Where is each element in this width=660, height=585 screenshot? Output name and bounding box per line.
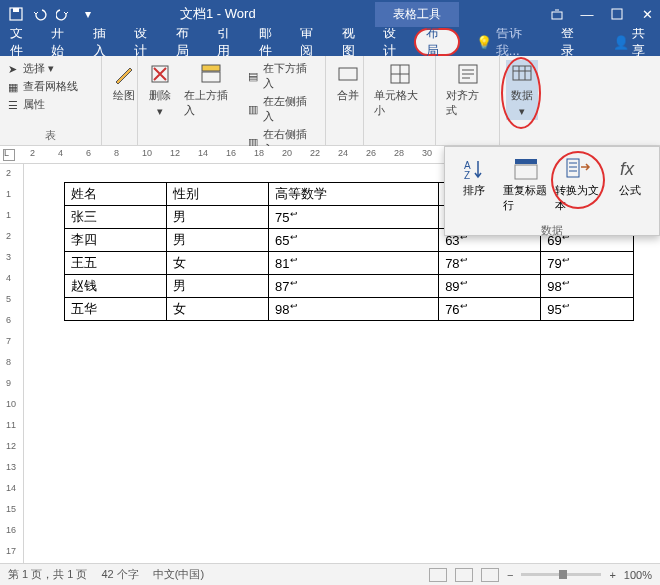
page-indicator[interactable]: 第 1 页，共 1 页 xyxy=(8,567,87,582)
ruler-tick: 10 xyxy=(142,148,152,158)
tab-review[interactable]: 审阅 xyxy=(290,28,331,56)
share-icon: 👤 xyxy=(613,35,629,50)
group-alignment: 对齐方式 xyxy=(436,56,500,145)
zoom-thumb[interactable] xyxy=(559,570,567,579)
table-cell[interactable]: 王五 xyxy=(65,252,167,275)
table-header-cell[interactable]: 性别 xyxy=(167,183,269,206)
convert-to-text-button[interactable]: 转换为文本 xyxy=(553,153,603,215)
repeat-header-icon xyxy=(512,155,540,183)
table-cell[interactable]: 81↩ xyxy=(269,252,439,275)
table-cell[interactable]: 89↩ xyxy=(439,275,541,298)
tab-file[interactable]: 文件 xyxy=(0,28,41,56)
login-button[interactable]: 登录 xyxy=(551,28,592,56)
minimize-icon[interactable]: — xyxy=(578,5,596,23)
table-cell[interactable]: 76↩ xyxy=(439,298,541,321)
table-row[interactable]: 五华女98↩76↩95↩ xyxy=(65,298,634,321)
table-header-cell[interactable]: 高等数学 xyxy=(269,183,439,206)
ruler-tick: 10 xyxy=(6,399,16,409)
ruler-tick: 12 xyxy=(170,148,180,158)
data-dropdown-panel: AZ 排序 重复标题行 转换为文本 fx 公式 数据 xyxy=(444,146,660,236)
repeat-header-button[interactable]: 重复标题行 xyxy=(501,153,551,215)
cell-size-button[interactable]: 单元格大小 xyxy=(370,60,429,120)
table-cell[interactable]: 张三 xyxy=(65,206,167,229)
repeat-header-label: 重复标题行 xyxy=(503,183,549,213)
table-cell[interactable]: 五华 xyxy=(65,298,167,321)
close-icon[interactable]: ✕ xyxy=(638,5,656,23)
tab-view[interactable]: 视图 xyxy=(332,28,373,56)
svg-rect-3 xyxy=(612,9,622,19)
qat-customize-icon[interactable]: ▾ xyxy=(80,6,96,22)
delete-button[interactable]: 删除▾ xyxy=(144,60,176,120)
table-cell[interactable]: 男 xyxy=(167,229,269,252)
data-dropdown-button[interactable]: 数据▾ xyxy=(506,60,538,120)
insert-left-button[interactable]: ▥在左侧插入 xyxy=(246,93,319,125)
tell-me-search[interactable]: 💡告诉我... xyxy=(466,28,544,56)
grid-icon: ▦ xyxy=(8,81,20,93)
table-cell[interactable]: 男 xyxy=(167,206,269,229)
tab-mailings[interactable]: 邮件 xyxy=(249,28,290,56)
sort-button[interactable]: AZ 排序 xyxy=(449,153,499,200)
ruler-tick: 13 xyxy=(6,462,16,472)
zoom-level[interactable]: 100% xyxy=(624,569,652,581)
properties-label: 属性 xyxy=(23,97,45,112)
ribbon-tabs: 文件 开始 插入 设计 布局 引用 邮件 审阅 视图 设计 布局 💡告诉我...… xyxy=(0,28,660,56)
insert-below-button[interactable]: ▤在下方插入 xyxy=(246,60,319,92)
cell-size-label: 单元格大小 xyxy=(374,88,425,118)
view-gridlines-button[interactable]: ▦查看网格线 xyxy=(6,78,80,95)
vertical-ruler[interactable]: 211234567891011121314151617 xyxy=(0,164,24,566)
table-cell[interactable]: 男 xyxy=(167,275,269,298)
table-header-cell[interactable]: 姓名 xyxy=(65,183,167,206)
maximize-icon[interactable] xyxy=(608,5,626,23)
ruler-tick: 4 xyxy=(6,273,11,283)
table-cell[interactable]: 87↩ xyxy=(269,275,439,298)
table-cell[interactable]: 79↩ xyxy=(541,252,634,275)
tab-insert[interactable]: 插入 xyxy=(83,28,124,56)
select-button[interactable]: ➤选择 ▾ xyxy=(6,60,80,77)
svg-rect-6 xyxy=(202,65,220,71)
language-indicator[interactable]: 中文(中国) xyxy=(153,567,204,582)
ruler-tick: 9 xyxy=(6,378,11,388)
table-cell[interactable]: 赵钱 xyxy=(65,275,167,298)
word-count[interactable]: 42 个字 xyxy=(101,567,138,582)
insert-above-button[interactable]: 在上方插入 xyxy=(180,60,242,120)
undo-icon[interactable] xyxy=(32,6,48,22)
table-cell[interactable]: 75↩ xyxy=(269,206,439,229)
table-cell[interactable]: 98↩ xyxy=(269,298,439,321)
insert-below-label: 在下方插入 xyxy=(263,61,317,91)
merge-button[interactable]: 合并 xyxy=(332,60,364,105)
tab-table-design[interactable]: 设计 xyxy=(373,28,414,56)
table-cell[interactable]: 女 xyxy=(167,252,269,275)
table-row[interactable]: 赵钱男87↩89↩98↩ xyxy=(65,275,634,298)
redo-icon[interactable] xyxy=(56,6,72,22)
svg-rect-5 xyxy=(202,72,220,82)
tab-table-layout[interactable]: 布局 xyxy=(414,28,459,56)
formula-button[interactable]: fx 公式 xyxy=(605,153,655,200)
table-cell[interactable]: 78↩ xyxy=(439,252,541,275)
ribbon-options-icon[interactable] xyxy=(548,5,566,23)
table-cell[interactable]: 李四 xyxy=(65,229,167,252)
save-icon[interactable] xyxy=(8,6,24,22)
zoom-in-button[interactable]: + xyxy=(609,569,615,581)
tab-layout[interactable]: 布局 xyxy=(166,28,207,56)
read-mode-button[interactable] xyxy=(429,568,447,582)
table-cell[interactable]: 女 xyxy=(167,298,269,321)
tab-home[interactable]: 开始 xyxy=(41,28,82,56)
tab-design[interactable]: 设计 xyxy=(124,28,165,56)
group-merge: 合并 xyxy=(326,56,364,145)
convert-text-icon xyxy=(564,155,592,183)
draw-button[interactable]: 绘图 xyxy=(108,60,140,105)
table-cell[interactable]: 98↩ xyxy=(541,275,634,298)
tab-references[interactable]: 引用 xyxy=(207,28,248,56)
print-layout-button[interactable] xyxy=(455,568,473,582)
ruler-tick: 2 xyxy=(6,168,11,178)
zoom-slider[interactable] xyxy=(521,573,601,576)
share-button[interactable]: 👤共享 xyxy=(603,28,660,56)
properties-button[interactable]: ☰属性 xyxy=(6,96,80,113)
web-layout-button[interactable] xyxy=(481,568,499,582)
alignment-button[interactable]: 对齐方式 xyxy=(442,60,493,120)
svg-rect-7 xyxy=(339,68,357,80)
zoom-out-button[interactable]: − xyxy=(507,569,513,581)
table-cell[interactable]: 95↩ xyxy=(541,298,634,321)
table-cell[interactable]: 65↩ xyxy=(269,229,439,252)
table-row[interactable]: 王五女81↩78↩79↩ xyxy=(65,252,634,275)
